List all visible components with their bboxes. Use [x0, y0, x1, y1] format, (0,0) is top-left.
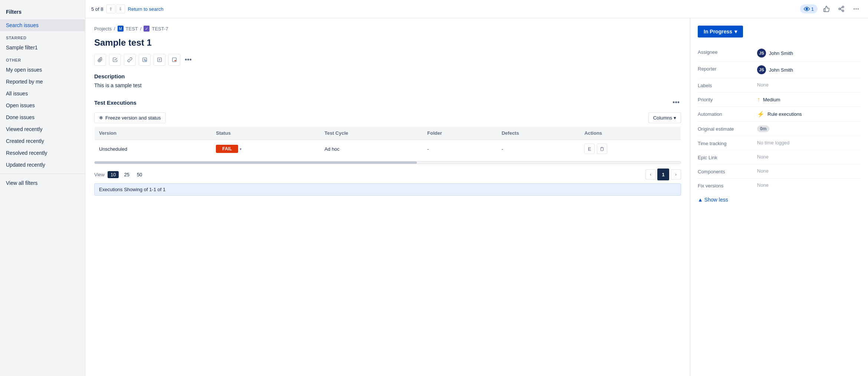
delete-action-button[interactable]	[597, 144, 607, 154]
sidebar-title: Filters	[0, 6, 85, 19]
sidebar-item-label: Sample filter1	[6, 45, 38, 50]
breadcrumb-issue[interactable]: TEST-7	[152, 26, 168, 32]
freeze-label: Freeze version and status	[105, 115, 161, 121]
sidebar-item-viewed-recently[interactable]: Viewed recently	[0, 123, 85, 135]
sidebar-item-created-recently[interactable]: Created recently	[0, 135, 85, 147]
freeze-button[interactable]: ❄ Freeze version and status	[94, 112, 166, 123]
other-section-label: OTHER	[0, 53, 85, 64]
labels-value[interactable]: None	[757, 82, 861, 88]
col-actions: Actions	[580, 127, 681, 140]
table-header: Version Status Test Cycle Folder Defects…	[95, 127, 681, 140]
watch-button[interactable]: 1	[800, 4, 818, 13]
priority-label: Priority	[698, 96, 757, 102]
topbar: 5 of 8 ⇧ ⇩ Return to search 1	[85, 0, 868, 18]
page-size-25[interactable]: 25	[122, 171, 131, 178]
columns-label: Columns	[653, 115, 672, 121]
test-exec-controls: ❄ Freeze version and status Columns ▾	[94, 112, 681, 123]
sidebar-item-open-issues[interactable]: Open issues	[0, 99, 85, 111]
epic-link-field: Epic Link None	[698, 150, 861, 164]
sidebar-item-sample-filter1[interactable]: Sample filter1	[0, 42, 85, 53]
horizontal-scrollbar[interactable]	[94, 161, 681, 164]
test-suite-button[interactable]	[168, 54, 180, 66]
sidebar-item-reported-by-me[interactable]: Reported by me	[0, 76, 85, 88]
priority-up-icon: ↑	[757, 96, 760, 103]
col-version: Version	[95, 127, 212, 140]
table-row: Unscheduled FAIL ▾ Ad hoc - -	[95, 140, 681, 158]
labels-label: Labels	[698, 82, 757, 88]
automation-value[interactable]: ⚡ Rule executions	[757, 111, 861, 118]
issue-type-icon: ✓	[144, 26, 149, 32]
row-status: FAIL ▾	[211, 140, 320, 158]
time-tracking-field: Time tracking No time logged	[698, 136, 861, 150]
more-options-button[interactable]	[850, 3, 862, 15]
sidebar-item-all-issues[interactable]: All issues	[0, 88, 85, 99]
svg-line-4	[840, 9, 842, 10]
sidebar-item-done-issues[interactable]: Done issues	[0, 111, 85, 123]
status-button[interactable]: In Progress ▾	[698, 26, 743, 37]
reporter-label: Reporter	[698, 65, 757, 72]
toolbar-more-button[interactable]: •••	[183, 55, 193, 65]
show-less-button[interactable]: ▲ Show less	[698, 197, 861, 203]
reporter-field: Reporter JS John Smith	[698, 62, 861, 78]
sidebar-item-my-open-issues[interactable]: My open issues	[0, 64, 85, 76]
sidebar-item-resolved-recently[interactable]: Resolved recently	[0, 147, 85, 159]
current-page[interactable]: 1	[657, 169, 669, 180]
svg-point-8	[858, 9, 859, 10]
edit-action-button[interactable]: E	[584, 144, 595, 154]
test-suite-icon	[172, 57, 177, 62]
attach-button[interactable]	[94, 54, 106, 66]
automation-field: Automation ⚡ Rule executions	[698, 107, 861, 122]
checklist-button[interactable]	[109, 54, 121, 66]
test-step-button[interactable]	[139, 54, 151, 66]
columns-button[interactable]: Columns ▾	[648, 112, 681, 123]
row-actions: E	[580, 140, 681, 158]
breadcrumb-projects[interactable]: Projects	[94, 26, 112, 32]
fix-versions-label: Fix versions	[698, 182, 757, 189]
sidebar-item-label: All issues	[6, 91, 28, 97]
sidebar-item-search-issues[interactable]: Search issues	[0, 19, 85, 31]
sidebar-item-view-all-filters[interactable]: View all filters	[0, 177, 85, 189]
sidebar-item-updated-recently[interactable]: Updated recently	[0, 159, 85, 171]
next-arrow-button[interactable]: ⇩	[116, 4, 125, 13]
breadcrumb: Projects / M TEST / ✓ TEST-7	[94, 26, 681, 32]
row-version: Unscheduled	[95, 140, 212, 158]
status-dropdown[interactable]: FAIL ▾	[216, 145, 241, 153]
row-test-cycle: Ad hoc	[320, 140, 423, 158]
test-executions-table: Version Status Test Cycle Folder Defects…	[94, 126, 681, 158]
thumbs-up-button[interactable]	[821, 3, 832, 15]
return-to-search-link[interactable]: Return to search	[128, 6, 164, 12]
trash-icon	[600, 147, 604, 151]
prev-arrow-button[interactable]: ⇧	[106, 4, 115, 13]
prev-page-button[interactable]: ‹	[645, 169, 656, 180]
original-estimate-value[interactable]: 0m	[757, 125, 861, 132]
svg-point-7	[856, 9, 857, 10]
exec-count-bar: Executions Showing of 1-1 of 1	[94, 183, 681, 196]
reporter-value[interactable]: JS John Smith	[757, 65, 861, 74]
assignee-value[interactable]: JS John Smith	[757, 49, 861, 58]
page-size-50[interactable]: 50	[135, 171, 144, 178]
labels-field: Labels None	[698, 78, 861, 92]
assignee-avatar: JS	[757, 49, 766, 58]
sidebar-item-label: Resolved recently	[6, 150, 47, 156]
next-page-button[interactable]: ›	[671, 169, 681, 180]
test-exec-more-button[interactable]: •••	[671, 97, 681, 108]
starred-section-label: STARRED	[0, 31, 85, 42]
row-folder: -	[423, 140, 497, 158]
svg-line-5	[840, 7, 842, 9]
priority-value[interactable]: ↑ Medium	[757, 96, 861, 103]
components-value[interactable]: None	[757, 168, 861, 174]
fix-versions-value[interactable]: None	[757, 182, 861, 188]
description-text: This is a sample test	[94, 82, 681, 88]
link-button[interactable]	[124, 54, 136, 66]
eye-icon	[804, 6, 810, 12]
share-button[interactable]	[835, 3, 847, 15]
time-tracking-value[interactable]: No time logged	[757, 140, 861, 146]
col-defects: Defects	[497, 127, 580, 140]
paperclip-icon	[98, 57, 103, 62]
link-icon	[127, 57, 132, 62]
epic-link-value[interactable]: None	[757, 154, 861, 160]
breadcrumb-project[interactable]: TEST	[126, 26, 138, 32]
status-chevron-icon: ▾	[240, 147, 241, 151]
page-size-10[interactable]: 10	[108, 171, 119, 178]
test-exec-button[interactable]	[154, 54, 165, 66]
